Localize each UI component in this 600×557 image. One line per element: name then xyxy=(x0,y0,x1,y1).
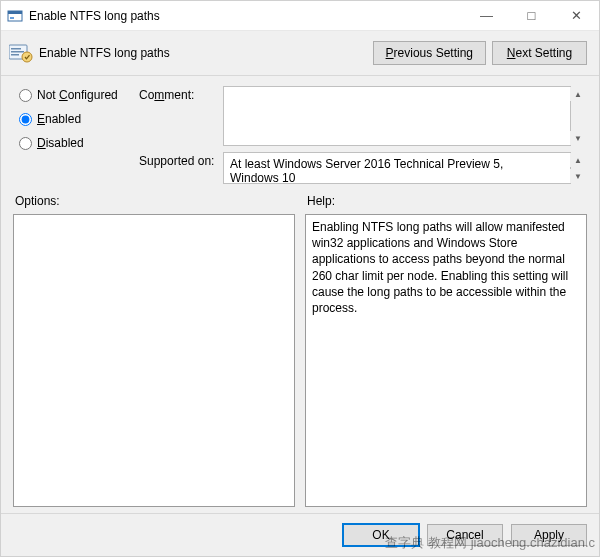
lower-panes: Options: Help: Enabling NTFS long paths … xyxy=(1,190,599,513)
comment-textarea[interactable] xyxy=(223,86,571,146)
next-label: ext Setting xyxy=(515,46,572,60)
supported-label: Supported on: xyxy=(139,152,217,168)
next-setting-button[interactable]: Next Setting xyxy=(492,41,587,65)
svg-point-6 xyxy=(22,52,32,62)
close-button[interactable]: ✕ xyxy=(554,1,599,30)
radio-enabled[interactable]: Enabled xyxy=(19,112,139,126)
policy-title: Enable NTFS long paths xyxy=(39,46,367,60)
window-controls: — □ ✕ xyxy=(464,1,599,30)
window-title: Enable NTFS long paths xyxy=(29,9,464,23)
svg-rect-1 xyxy=(8,11,22,14)
help-label: Help: xyxy=(305,194,587,208)
comment-scroll-up-icon[interactable]: ▲ xyxy=(570,87,586,101)
cancel-button[interactable]: Cancel xyxy=(427,524,503,546)
supported-row: Supported on: At least Windows Server 20… xyxy=(139,152,587,184)
radio-disabled[interactable]: Disabled xyxy=(19,136,139,150)
ok-button[interactable]: OK xyxy=(343,524,419,546)
comment-label: Comment: xyxy=(139,86,217,102)
state-radio-group: Not Configured Enabled Disabled xyxy=(19,86,139,184)
fields-column: Comment: ▲ ▼ Supported on: At least Wind… xyxy=(139,86,587,184)
header-row: Enable NTFS long paths Previous Setting … xyxy=(1,31,599,76)
radio-not-configured-input[interactable] xyxy=(19,89,32,102)
prev-label: revious Setting xyxy=(394,46,473,60)
supported-scroll-up-icon[interactable]: ▲ xyxy=(570,153,586,167)
comment-row: Comment: ▲ ▼ xyxy=(139,86,587,146)
app-icon xyxy=(7,8,23,24)
radio-not-configured-label: Not Configured xyxy=(37,88,118,102)
options-pane: Options: xyxy=(13,194,295,507)
options-label: Options: xyxy=(13,194,295,208)
policy-icon xyxy=(9,43,33,63)
supported-on-text: At least Windows Server 2016 Technical P… xyxy=(223,152,571,184)
radio-enabled-label: Enabled xyxy=(37,112,81,126)
svg-rect-3 xyxy=(11,48,21,50)
apply-button[interactable]: Apply xyxy=(511,524,587,546)
radio-enabled-input[interactable] xyxy=(19,113,32,126)
title-bar: Enable NTFS long paths — □ ✕ xyxy=(1,1,599,31)
policy-editor-window: Enable NTFS long paths — □ ✕ Enable NTFS… xyxy=(0,0,600,557)
svg-rect-5 xyxy=(11,54,19,56)
help-box: Enabling NTFS long paths will allow mani… xyxy=(305,214,587,507)
radio-disabled-label: Disabled xyxy=(37,136,84,150)
options-box[interactable] xyxy=(13,214,295,507)
radio-not-configured[interactable]: Not Configured xyxy=(19,88,139,102)
config-area: Not Configured Enabled Disabled Comment:… xyxy=(1,76,599,190)
svg-rect-4 xyxy=(11,51,24,53)
supported-scroll-down-icon[interactable]: ▼ xyxy=(570,169,586,183)
comment-scroll-down-icon[interactable]: ▼ xyxy=(570,131,586,145)
help-pane: Help: Enabling NTFS long paths will allo… xyxy=(305,194,587,507)
footer-buttons: OK Cancel Apply 查字典 教程网 jiaocheng.chazid… xyxy=(1,513,599,556)
radio-disabled-input[interactable] xyxy=(19,137,32,150)
maximize-button[interactable]: □ xyxy=(509,1,554,30)
previous-setting-button[interactable]: Previous Setting xyxy=(373,41,486,65)
minimize-button[interactable]: — xyxy=(464,1,509,30)
